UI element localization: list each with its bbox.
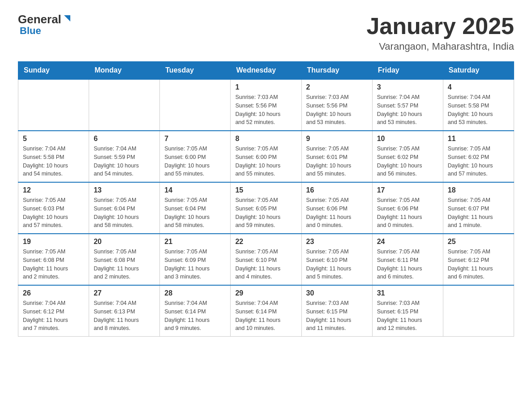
- calendar-cell: 22Sunrise: 7:05 AM Sunset: 6:10 PM Dayli…: [231, 234, 301, 285]
- day-info: Sunrise: 7:05 AM Sunset: 6:02 PM Dayligh…: [377, 145, 438, 178]
- title-area: January 2025 Varangaon, Maharashtra, Ind…: [366, 13, 514, 52]
- day-number: 24: [377, 238, 438, 246]
- calendar-header-saturday: Saturday: [443, 62, 514, 80]
- calendar-cell: 13Sunrise: 7:05 AM Sunset: 6:04 PM Dayli…: [89, 182, 160, 234]
- day-number: 17: [377, 186, 438, 194]
- calendar-header-row: SundayMondayTuesdayWednesdayThursdayFrid…: [18, 62, 514, 80]
- day-info: Sunrise: 7:04 AM Sunset: 5:58 PM Dayligh…: [23, 145, 84, 178]
- day-number: 5: [23, 135, 84, 143]
- day-number: 27: [94, 289, 155, 297]
- week-row-4: 19Sunrise: 7:05 AM Sunset: 6:08 PM Dayli…: [18, 234, 514, 285]
- day-number: 25: [448, 238, 509, 246]
- week-row-3: 12Sunrise: 7:05 AM Sunset: 6:03 PM Dayli…: [18, 182, 514, 234]
- svg-marker-0: [64, 15, 70, 21]
- day-info: Sunrise: 7:05 AM Sunset: 6:11 PM Dayligh…: [377, 248, 438, 281]
- day-number: 1: [235, 83, 296, 91]
- day-number: 11: [448, 135, 509, 143]
- calendar-header-monday: Monday: [89, 62, 160, 80]
- day-info: Sunrise: 7:03 AM Sunset: 6:15 PM Dayligh…: [377, 299, 438, 333]
- calendar-cell: 11Sunrise: 7:05 AM Sunset: 6:02 PM Dayli…: [443, 131, 514, 182]
- day-number: 12: [23, 186, 84, 194]
- day-number: 15: [235, 186, 296, 194]
- calendar-header-friday: Friday: [372, 62, 443, 80]
- day-info: Sunrise: 7:04 AM Sunset: 5:59 PM Dayligh…: [94, 145, 155, 178]
- calendar-cell: [443, 285, 514, 337]
- calendar-cell: 1Sunrise: 7:03 AM Sunset: 5:56 PM Daylig…: [231, 79, 301, 131]
- day-info: Sunrise: 7:05 AM Sunset: 6:04 PM Dayligh…: [94, 196, 155, 230]
- calendar-cell: 20Sunrise: 7:05 AM Sunset: 6:08 PM Dayli…: [89, 234, 160, 285]
- page-header: General Blue January 2025 Varangaon, Mah…: [18, 13, 514, 52]
- week-row-5: 26Sunrise: 7:04 AM Sunset: 6:12 PM Dayli…: [18, 285, 514, 337]
- day-number: 18: [448, 186, 509, 194]
- day-info: Sunrise: 7:04 AM Sunset: 6:14 PM Dayligh…: [164, 299, 226, 333]
- week-row-2: 5Sunrise: 7:04 AM Sunset: 5:58 PM Daylig…: [18, 131, 514, 182]
- calendar-table: SundayMondayTuesdayWednesdayThursdayFrid…: [18, 61, 514, 337]
- day-number: 8: [235, 135, 296, 143]
- day-info: Sunrise: 7:05 AM Sunset: 6:00 PM Dayligh…: [164, 145, 226, 178]
- day-number: 26: [23, 289, 84, 297]
- day-number: 16: [306, 186, 368, 194]
- day-info: Sunrise: 7:04 AM Sunset: 6:13 PM Dayligh…: [94, 299, 155, 333]
- calendar-cell: 30Sunrise: 7:03 AM Sunset: 6:15 PM Dayli…: [301, 285, 372, 337]
- day-number: 23: [306, 238, 368, 246]
- calendar-cell: [18, 79, 89, 131]
- day-number: 28: [164, 289, 226, 297]
- day-info: Sunrise: 7:03 AM Sunset: 6:15 PM Dayligh…: [306, 299, 368, 333]
- calendar-cell: 29Sunrise: 7:04 AM Sunset: 6:14 PM Dayli…: [231, 285, 301, 337]
- day-number: 31: [377, 289, 438, 297]
- day-info: Sunrise: 7:05 AM Sunset: 6:01 PM Dayligh…: [306, 145, 368, 178]
- week-row-1: 1Sunrise: 7:03 AM Sunset: 5:56 PM Daylig…: [18, 79, 514, 131]
- day-info: Sunrise: 7:03 AM Sunset: 5:56 PM Dayligh…: [306, 93, 368, 127]
- day-number: 20: [94, 238, 155, 246]
- calendar-cell: 5Sunrise: 7:04 AM Sunset: 5:58 PM Daylig…: [18, 131, 89, 182]
- day-info: Sunrise: 7:04 AM Sunset: 5:58 PM Dayligh…: [448, 93, 509, 127]
- calendar-cell: 28Sunrise: 7:04 AM Sunset: 6:14 PM Dayli…: [160, 285, 231, 337]
- day-number: 22: [235, 238, 296, 246]
- day-number: 2: [306, 83, 368, 91]
- calendar-cell: 6Sunrise: 7:04 AM Sunset: 5:59 PM Daylig…: [89, 131, 160, 182]
- calendar-cell: 27Sunrise: 7:04 AM Sunset: 6:13 PM Dayli…: [89, 285, 160, 337]
- day-info: Sunrise: 7:05 AM Sunset: 6:08 PM Dayligh…: [23, 248, 84, 281]
- day-info: Sunrise: 7:05 AM Sunset: 6:05 PM Dayligh…: [235, 196, 296, 230]
- calendar-cell: 21Sunrise: 7:05 AM Sunset: 6:09 PM Dayli…: [160, 234, 231, 285]
- day-info: Sunrise: 7:05 AM Sunset: 6:06 PM Dayligh…: [306, 196, 368, 230]
- calendar-cell: 26Sunrise: 7:04 AM Sunset: 6:12 PM Dayli…: [18, 285, 89, 337]
- day-info: Sunrise: 7:05 AM Sunset: 6:12 PM Dayligh…: [448, 248, 509, 281]
- calendar-cell: 4Sunrise: 7:04 AM Sunset: 5:58 PM Daylig…: [443, 79, 514, 131]
- day-info: Sunrise: 7:05 AM Sunset: 6:08 PM Dayligh…: [94, 248, 155, 281]
- calendar-cell: 9Sunrise: 7:05 AM Sunset: 6:01 PM Daylig…: [301, 131, 372, 182]
- day-number: 9: [306, 135, 368, 143]
- calendar-cell: 10Sunrise: 7:05 AM Sunset: 6:02 PM Dayli…: [372, 131, 443, 182]
- day-number: 10: [377, 135, 438, 143]
- calendar-cell: 19Sunrise: 7:05 AM Sunset: 6:08 PM Dayli…: [18, 234, 89, 285]
- day-info: Sunrise: 7:05 AM Sunset: 6:09 PM Dayligh…: [164, 248, 226, 281]
- calendar-header-sunday: Sunday: [18, 62, 89, 80]
- day-info: Sunrise: 7:05 AM Sunset: 6:04 PM Dayligh…: [164, 196, 226, 230]
- day-number: 3: [377, 83, 438, 91]
- calendar-cell: [89, 79, 160, 131]
- calendar-cell: 16Sunrise: 7:05 AM Sunset: 6:06 PM Dayli…: [301, 182, 372, 234]
- day-info: Sunrise: 7:05 AM Sunset: 6:10 PM Dayligh…: [235, 248, 296, 281]
- logo-blue: Blue: [18, 25, 41, 37]
- location: Varangaon, Maharashtra, India: [366, 41, 514, 52]
- month-title: January 2025: [366, 13, 514, 39]
- day-number: 21: [164, 238, 226, 246]
- day-info: Sunrise: 7:03 AM Sunset: 5:56 PM Dayligh…: [235, 93, 296, 127]
- calendar-cell: 18Sunrise: 7:05 AM Sunset: 6:07 PM Dayli…: [443, 182, 514, 234]
- day-number: 7: [164, 135, 226, 143]
- day-info: Sunrise: 7:05 AM Sunset: 6:03 PM Dayligh…: [23, 196, 84, 230]
- calendar-header-tuesday: Tuesday: [160, 62, 231, 80]
- day-info: Sunrise: 7:05 AM Sunset: 6:10 PM Dayligh…: [306, 248, 368, 281]
- calendar-cell: 3Sunrise: 7:04 AM Sunset: 5:57 PM Daylig…: [372, 79, 443, 131]
- day-info: Sunrise: 7:05 AM Sunset: 6:00 PM Dayligh…: [235, 145, 296, 178]
- day-info: Sunrise: 7:04 AM Sunset: 6:14 PM Dayligh…: [235, 299, 296, 333]
- day-number: 6: [94, 135, 155, 143]
- day-number: 29: [235, 289, 296, 297]
- calendar-cell: [160, 79, 231, 131]
- calendar-cell: 15Sunrise: 7:05 AM Sunset: 6:05 PM Dayli…: [231, 182, 301, 234]
- calendar-cell: 14Sunrise: 7:05 AM Sunset: 6:04 PM Dayli…: [160, 182, 231, 234]
- calendar-header-thursday: Thursday: [301, 62, 372, 80]
- calendar-cell: 24Sunrise: 7:05 AM Sunset: 6:11 PM Dayli…: [372, 234, 443, 285]
- day-info: Sunrise: 7:05 AM Sunset: 6:06 PM Dayligh…: [377, 196, 438, 230]
- day-number: 4: [448, 83, 509, 91]
